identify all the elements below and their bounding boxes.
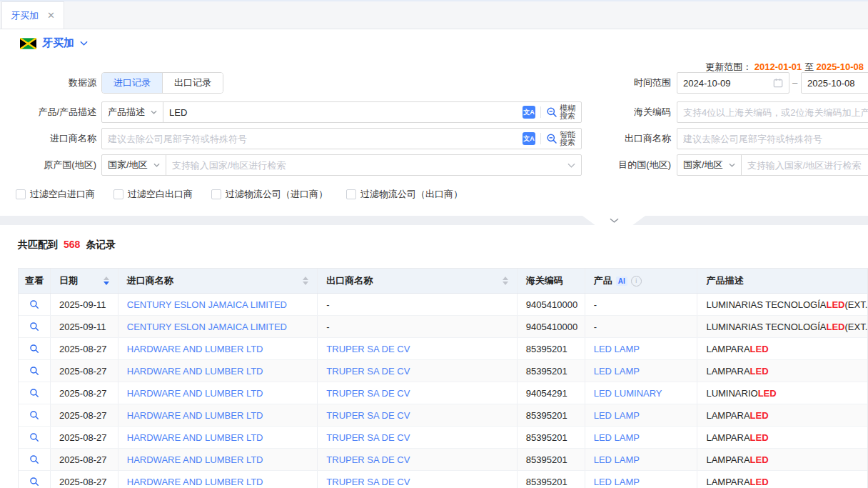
product-link[interactable]: LED LAMP	[594, 366, 640, 377]
tab-title: 牙买加	[11, 9, 39, 22]
chevron-down-icon[interactable]	[567, 163, 575, 168]
destination-country-input[interactable]	[742, 156, 868, 174]
translate-icon[interactable]: 文A	[523, 132, 535, 145]
info-icon[interactable]: i	[631, 276, 642, 287]
chevron-down-icon	[153, 163, 160, 167]
magnifier-icon	[29, 322, 39, 332]
importer-link[interactable]: HARDWARE AND LUMBER LTD	[127, 344, 263, 354]
importer-link[interactable]: CENTURY ESLON JAMAICA LIMITED	[127, 299, 287, 310]
toggle-export-records[interactable]: 出口记录	[162, 73, 223, 93]
hs-code-input[interactable]	[677, 103, 868, 121]
exporter-link[interactable]: TRUPER SA DE CV	[326, 432, 410, 443]
hs-code-field[interactable]	[677, 101, 868, 123]
cell-hs-code: 9405410000	[518, 294, 585, 315]
time-range-label: 时间范围	[587, 72, 671, 94]
update-range-end: 2025-10-08	[817, 61, 864, 72]
view-record-button[interactable]	[19, 338, 50, 359]
translate-icon[interactable]: 文A	[523, 106, 535, 119]
exporter-link[interactable]: TRUPER SA DE CV	[326, 344, 410, 354]
filter-checkbox[interactable]: 过滤空白出口商	[113, 188, 193, 201]
exporter-link[interactable]: TRUPER SA DE CV	[326, 454, 410, 465]
checkbox-box[interactable]	[346, 189, 356, 199]
view-record-button[interactable]	[19, 449, 50, 470]
importer-name-input[interactable]	[102, 129, 520, 148]
exporter-link[interactable]: TRUPER SA DE CV	[326, 388, 410, 399]
hs-code-label: 海关编码	[587, 101, 671, 123]
filter-checkbox[interactable]: 过滤物流公司（出口商）	[346, 188, 463, 201]
origin-country-label: 原产国(地区)	[0, 154, 96, 176]
chevron-down-icon[interactable]	[80, 41, 88, 46]
update-range-start: 2012-01-01	[755, 61, 802, 72]
exporter-name-label: 出口商名称	[587, 128, 671, 149]
cell-description: LAMPARA LED	[697, 404, 867, 426]
cell-hs-code: 85395201	[518, 449, 585, 470]
importer-link[interactable]: HARDWARE AND LUMBER LTD	[127, 388, 263, 399]
date-start-input[interactable]	[677, 74, 773, 92]
importer-link[interactable]: CENTURY ESLON JAMAICA LIMITED	[127, 322, 287, 332]
date-end-field[interactable]	[801, 72, 868, 94]
sort-icon[interactable]	[297, 277, 308, 285]
close-icon[interactable]: ✕	[47, 10, 55, 21]
checkbox-box[interactable]	[113, 189, 123, 199]
table-row: 2025-08-27 HARDWARE AND LUMBER LTD TRUPE…	[19, 360, 867, 382]
sort-icon[interactable]	[497, 277, 508, 285]
view-record-button[interactable]	[19, 382, 50, 404]
checkbox-label: 过滤物流公司（进口商）	[226, 188, 328, 201]
importer-link[interactable]: HARDWARE AND LUMBER LTD	[127, 432, 263, 443]
product-link[interactable]: LED LAMP	[594, 410, 640, 421]
exporter-link[interactable]: TRUPER SA DE CV	[326, 366, 410, 377]
tab-jamaica[interactable]: 牙买加 ✕	[1, 1, 64, 29]
product-link[interactable]: LED LUMINARY	[594, 388, 662, 399]
table-row: 2025-08-27 HARDWARE AND LUMBER LTD TRUPE…	[19, 338, 867, 360]
filter-checkbox[interactable]: 过滤物流公司（进口商）	[211, 188, 328, 201]
product-search-input[interactable]	[163, 103, 520, 121]
view-record-button[interactable]	[19, 427, 50, 448]
view-record-button[interactable]	[19, 471, 50, 488]
section-separator	[0, 216, 868, 225]
product-link[interactable]: LED LAMP	[594, 344, 640, 354]
header-date[interactable]: 日期	[51, 269, 118, 293]
exporter-search-field[interactable]	[677, 128, 868, 149]
checkbox-box[interactable]	[16, 189, 26, 199]
origin-region-select[interactable]: 国家/地区	[102, 155, 166, 175]
fuzzy-search-button[interactable]: 模糊 搜索	[546, 104, 575, 120]
cell-description: LAMPARA LED	[697, 449, 867, 470]
importer-link[interactable]: HARDWARE AND LUMBER LTD	[127, 410, 263, 421]
importer-link[interactable]: HARDWARE AND LUMBER LTD	[127, 454, 263, 465]
view-record-button[interactable]	[19, 294, 50, 315]
date-end-input[interactable]	[802, 74, 868, 92]
country-selector[interactable]: 牙买加	[20, 36, 88, 50]
exporter-name-input[interactable]	[677, 129, 868, 148]
magnifier-icon	[546, 106, 557, 118]
cell-hs-code: 94054291	[518, 382, 585, 404]
exporter-link[interactable]: TRUPER SA DE CV	[326, 477, 410, 487]
view-record-button[interactable]	[19, 360, 50, 382]
date-start-field[interactable]	[677, 72, 789, 94]
product-link[interactable]: LED LAMP	[594, 432, 640, 443]
smart-search-button[interactable]: 智能 搜索	[546, 131, 575, 146]
cell-date: 2025-09-11	[51, 316, 118, 337]
product-type-select[interactable]: 产品描述	[102, 102, 163, 122]
product-link[interactable]: LED LAMP	[594, 477, 640, 487]
view-record-button[interactable]	[19, 316, 50, 337]
toggle-import-records[interactable]: 进口记录	[102, 73, 162, 93]
filter-checkbox[interactable]: 过滤空白进口商	[16, 188, 95, 201]
header-importer[interactable]: 进口商名称	[118, 269, 318, 293]
view-record-button[interactable]	[19, 404, 50, 426]
importer-link[interactable]: HARDWARE AND LUMBER LTD	[127, 366, 263, 377]
checkbox-box[interactable]	[211, 189, 221, 199]
table-row: 2025-09-11 CENTURY ESLON JAMAICA LIMITED…	[19, 316, 867, 338]
destination-region-select[interactable]: 国家/地区	[677, 155, 742, 175]
table-row: 2025-08-27 HARDWARE AND LUMBER LTD TRUPE…	[19, 427, 867, 449]
sort-icon[interactable]	[98, 277, 109, 285]
product-link[interactable]: LED LAMP	[594, 454, 640, 465]
product-search-field: 产品描述 文A 模糊 搜索	[101, 101, 582, 123]
header-exporter[interactable]: 出口商名称	[318, 269, 518, 293]
origin-country-input[interactable]	[166, 156, 567, 174]
chevron-down-icon	[729, 163, 735, 167]
magnifier-icon	[29, 454, 39, 464]
importer-link[interactable]: HARDWARE AND LUMBER LTD	[127, 477, 263, 487]
results-table: 查看 日期 进口商名称 出口商名称 海关编码 产品	[18, 268, 868, 488]
exporter-link[interactable]: TRUPER SA DE CV	[326, 410, 410, 421]
cell-date: 2025-08-27	[51, 382, 118, 404]
